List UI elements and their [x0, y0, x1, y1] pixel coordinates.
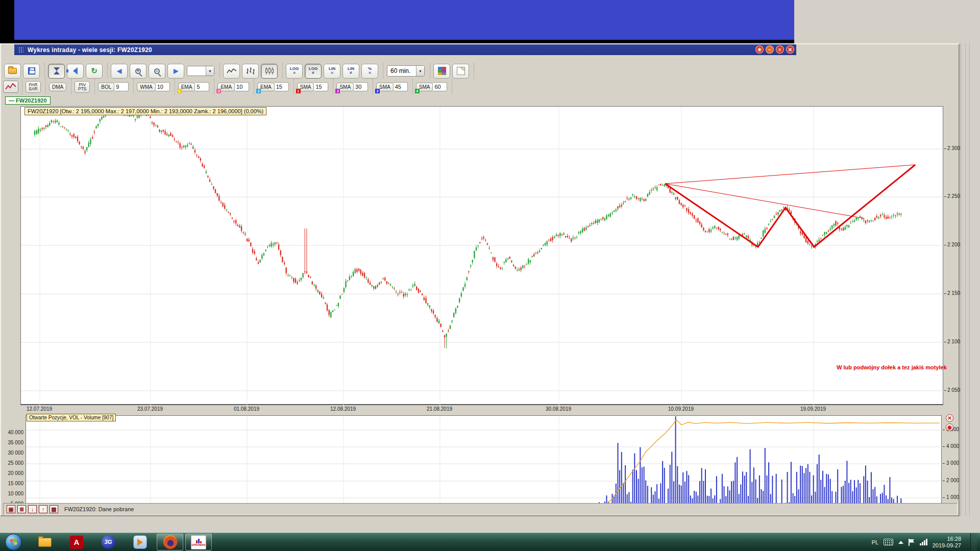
volume-panel-restore-button[interactable]: ◉ — [946, 423, 953, 431]
keyboard-icon[interactable] — [884, 539, 893, 545]
media-player-icon — [133, 535, 147, 549]
network-signal-icon[interactable] — [920, 539, 927, 545]
indicator-par-sar[interactable]: PARSAR — [26, 81, 41, 93]
date-tick-label: 19.09.2019 — [800, 406, 826, 412]
volume-left-tick-label: 20 000 — [1, 470, 23, 476]
volume-chart[interactable] — [26, 415, 942, 514]
volume-panel-close-button[interactable]: ✕ — [946, 414, 953, 422]
action-center-flag-icon[interactable] — [909, 539, 915, 546]
line-chart-icon — [227, 67, 237, 74]
date-tick-label: 30.08.2019 — [546, 406, 571, 412]
save-button[interactable] — [23, 64, 40, 79]
indicator-ema-10[interactable]: EMA102 — [217, 82, 249, 91]
indicator-piv-pts[interactable]: PIVPTS — [75, 81, 90, 93]
download-icon[interactable]: ↓ — [28, 505, 37, 513]
close-button[interactable]: ✕ — [786, 45, 794, 54]
parent-app-corner — [0, 0, 14, 43]
candlestick-chart-button[interactable] — [261, 64, 278, 79]
indicator-ema-5[interactable]: EMA51 — [178, 82, 210, 91]
volume-series — [26, 416, 942, 515]
toolbar-separator — [218, 63, 220, 79]
zoom-out-button[interactable]: − — [149, 64, 165, 79]
speaker-icon — [73, 67, 78, 74]
toolbar-separator — [450, 79, 452, 94]
interval-select[interactable]: 60 min. ▼ — [387, 65, 425, 77]
clock-date: 2019-09-27 — [933, 542, 961, 549]
refresh-icon: ↻ — [91, 66, 97, 76]
taskbar-epromak-button[interactable]: ePROMAK — [185, 534, 212, 550]
scale-button-lin-eq[interactable]: LIN= — [324, 64, 340, 79]
scale-button-log-eq[interactable]: LOG= — [286, 64, 303, 79]
sound-button[interactable] — [67, 64, 84, 79]
monitor-icon[interactable]: ▣ — [7, 505, 15, 513]
print-button[interactable]: ≡ — [776, 45, 784, 54]
zoom-in-button[interactable]: + — [130, 64, 146, 79]
scroll-back-button[interactable]: ◀ — [111, 64, 128, 79]
printer-icon[interactable]: ≣ — [17, 505, 26, 513]
series-legend: — FW20Z1920 — [5, 96, 51, 105]
desktop: Wykres intraday - wiele sesji: FW20Z1920… — [0, 0, 980, 551]
volume-left-tick-label: 40 000 — [1, 430, 23, 435]
line-chart-button[interactable] — [223, 64, 240, 79]
volume-right-tick-label: 3 000 — [946, 460, 959, 466]
epromak-label: ePROMAK — [191, 543, 206, 546]
toolbar-separator — [331, 79, 333, 94]
taskbar-explorer-button[interactable] — [37, 535, 53, 550]
price-chart[interactable]: FW20Z1920 [Otw.: 2 195,0000 Max.: 2 197,… — [20, 106, 943, 405]
arrow-right-icon: ▶ — [174, 67, 178, 74]
taskbar-adobe-button[interactable]: A — [69, 535, 84, 550]
indicator-sma-60[interactable]: SMA604 — [416, 82, 448, 91]
colors-button[interactable] — [433, 64, 450, 79]
scroll-forward-button[interactable]: ▶ — [167, 64, 184, 79]
epromak-icon: ePROMAK — [191, 535, 206, 549]
show-desktop-button[interactable] — [970, 533, 977, 551]
show-hidden-icons-button[interactable] — [898, 541, 903, 544]
firefox-icon — [163, 535, 177, 549]
date-tick-label: 01.08.2019 — [234, 406, 259, 412]
volume-left-tick-label: 15 000 — [1, 481, 23, 486]
toolbar-separator — [43, 63, 45, 79]
edit-button[interactable] — [452, 64, 469, 79]
indicator-bol-9[interactable]: BOL9 — [98, 82, 129, 91]
open-button[interactable] — [4, 64, 21, 79]
status-text: FW20Z1920: Dane pobrane — [64, 506, 134, 512]
zoom-out-icon: − — [154, 68, 160, 74]
wait-button[interactable] — [48, 64, 65, 79]
date-tick-label: 12.08.2019 — [330, 406, 356, 412]
indicator-sma-30[interactable]: SMA302 — [336, 82, 368, 91]
zoom-range-select[interactable]: ▼ — [187, 66, 214, 76]
ohlc-chart-button[interactable] — [242, 64, 259, 79]
grid-icon[interactable]: ▦ — [50, 505, 58, 513]
main-toolbar: ↻ ◀ + − ▶ ▼ LOG=LOG≠LIN=LIN≠%= 60 min. ▼ — [3, 63, 476, 79]
save-icon — [28, 67, 35, 74]
scale-button-%-eq[interactable]: %= — [361, 64, 378, 79]
pin-button[interactable]: ✳ — [755, 45, 764, 54]
taskbar-mediaplayer-button[interactable] — [132, 535, 148, 550]
minimize-button[interactable]: – — [766, 45, 774, 54]
volume-panel-legend: Otwarte Pozycje, VOL - Volume [907] — [27, 414, 116, 421]
window-title-bar[interactable]: Wykres intraday - wiele sesji: FW20Z1920… — [14, 44, 796, 55]
toolbar-separator — [212, 79, 214, 94]
indicator-sma-15[interactable]: SMA151 — [297, 82, 329, 91]
toolbar-separator — [428, 63, 430, 79]
upload-icon[interactable]: ↑ — [39, 505, 47, 513]
scale-button-lin-neq[interactable]: LIN≠ — [342, 64, 359, 79]
refresh-button[interactable]: ↻ — [86, 64, 103, 79]
indicator-toolbar: PARSARDMAPIVPTSBOL9WMA10EMA51EMA102EMA15… — [3, 80, 454, 94]
toolbar-separator — [292, 79, 294, 94]
chart-style-button[interactable] — [3, 81, 18, 93]
date-tick-label: 12.07.2019 — [27, 406, 52, 412]
drag-grip-icon[interactable] — [18, 47, 23, 53]
indicator-dma[interactable]: DMA — [49, 83, 66, 91]
taskbar-clock[interactable]: 16:28 2019-09-27 — [933, 536, 961, 549]
indicator-ema-15[interactable]: EMA153 — [257, 82, 289, 91]
language-indicator[interactable]: PL — [872, 539, 878, 545]
taskbar-firefox-button[interactable] — [157, 534, 183, 550]
indicator-sma-45[interactable]: SMA453 — [376, 82, 408, 91]
adobe-reader-icon: A — [70, 536, 83, 549]
scale-button-log-neq[interactable]: LOG≠ — [305, 64, 322, 79]
taskbar-modem-button[interactable]: 3G — [101, 535, 116, 550]
indicator-wma-10[interactable]: WMA10 — [137, 82, 169, 91]
start-button[interactable] — [5, 534, 22, 550]
date-tick-label: 23.07.2019 — [137, 406, 163, 412]
